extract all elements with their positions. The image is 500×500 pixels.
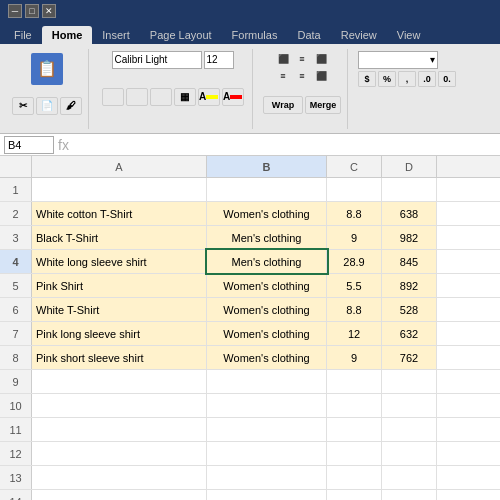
col-header-c[interactable]: C <box>327 156 382 177</box>
cell-c2[interactable]: 8.8 <box>327 202 382 225</box>
cell-d13[interactable] <box>382 466 437 489</box>
cell-d1[interactable] <box>382 178 437 201</box>
align-bottom-left-button[interactable]: ≡ <box>274 68 292 84</box>
cell-c3[interactable]: 9 <box>327 226 382 249</box>
dropdown-arrow-icon: ▾ <box>430 54 435 65</box>
align-top-left-button[interactable]: ⬛ <box>274 51 292 67</box>
col-header-b[interactable]: B <box>207 156 327 177</box>
cell-d4[interactable]: 845 <box>382 250 437 273</box>
cell-d2[interactable]: 638 <box>382 202 437 225</box>
cell-c11[interactable] <box>327 418 382 441</box>
cell-a1[interactable] <box>32 178 207 201</box>
cell-b4[interactable]: Men's clothing <box>207 250 327 273</box>
cell-b14[interactable] <box>207 490 327 500</box>
format-painter-button[interactable]: 🖌 <box>60 97 82 115</box>
percent-button[interactable]: % <box>378 71 396 87</box>
cell-b12[interactable] <box>207 442 327 465</box>
tab-file[interactable]: File <box>4 26 42 44</box>
cell-c4[interactable]: 28.9 <box>327 250 382 273</box>
cell-c14[interactable] <box>327 490 382 500</box>
tab-view[interactable]: View <box>387 26 431 44</box>
fill-color-button[interactable]: A <box>198 88 220 106</box>
increase-decimal-button[interactable]: .0 <box>418 71 436 87</box>
formula-input[interactable] <box>73 138 496 152</box>
comma-button[interactable]: , <box>398 71 416 87</box>
cell-a13[interactable] <box>32 466 207 489</box>
cell-d11[interactable] <box>382 418 437 441</box>
merge-button[interactable]: Merge <box>305 96 341 114</box>
tab-page-layout[interactable]: Page Layout <box>140 26 222 44</box>
cell-a7[interactable]: Pink long sleeve shirt <box>32 322 207 345</box>
cell-a3[interactable]: Black T-Shirt <box>32 226 207 249</box>
cell-d8[interactable]: 762 <box>382 346 437 369</box>
cell-a4[interactable]: White long sleeve shirt <box>32 250 207 273</box>
minimize-btn[interactable]: ─ <box>8 4 22 18</box>
cell-d10[interactable] <box>382 394 437 417</box>
wrap-text-button[interactable]: Wrap <box>263 96 303 114</box>
cell-b2[interactable]: Women's clothing <box>207 202 327 225</box>
col-header-d[interactable]: D <box>382 156 437 177</box>
cell-b5[interactable]: Women's clothing <box>207 274 327 297</box>
align-bottom-right-button[interactable]: ⬛ <box>312 68 330 84</box>
close-btn[interactable]: ✕ <box>42 4 56 18</box>
cell-c7[interactable]: 12 <box>327 322 382 345</box>
cell-a14[interactable] <box>32 490 207 500</box>
cell-a10[interactable] <box>32 394 207 417</box>
underline-button[interactable] <box>150 88 172 106</box>
cell-c10[interactable] <box>327 394 382 417</box>
copy-button[interactable]: 📄 <box>36 97 58 115</box>
maximize-btn[interactable]: □ <box>25 4 39 18</box>
cell-d9[interactable] <box>382 370 437 393</box>
tab-home[interactable]: Home <box>42 26 93 44</box>
cell-b9[interactable] <box>207 370 327 393</box>
cell-b10[interactable] <box>207 394 327 417</box>
name-box[interactable] <box>4 136 54 154</box>
cell-c6[interactable]: 8.8 <box>327 298 382 321</box>
font-size-input[interactable] <box>204 51 234 69</box>
cell-c5[interactable]: 5.5 <box>327 274 382 297</box>
italic-button[interactable] <box>126 88 148 106</box>
cell-c12[interactable] <box>327 442 382 465</box>
cell-d7[interactable]: 632 <box>382 322 437 345</box>
cell-b3[interactable]: Men's clothing <box>207 226 327 249</box>
bold-button[interactable] <box>102 88 124 106</box>
align-top-center-button[interactable]: ≡ <box>293 51 311 67</box>
tab-data[interactable]: Data <box>287 26 330 44</box>
cell-d14[interactable] <box>382 490 437 500</box>
cell-a6[interactable]: White T-Shirt <box>32 298 207 321</box>
cell-d6[interactable]: 528 <box>382 298 437 321</box>
cell-b8[interactable]: Women's clothing <box>207 346 327 369</box>
currency-button[interactable]: $ <box>358 71 376 87</box>
cell-b1[interactable] <box>207 178 327 201</box>
cell-c9[interactable] <box>327 370 382 393</box>
cell-a5[interactable]: Pink Shirt <box>32 274 207 297</box>
tab-insert[interactable]: Insert <box>92 26 140 44</box>
cut-button[interactable]: ✂ <box>12 97 34 115</box>
cell-b13[interactable] <box>207 466 327 489</box>
number-format-dropdown[interactable]: ▾ <box>358 51 438 69</box>
cell-d5[interactable]: 892 <box>382 274 437 297</box>
cell-a8[interactable]: Pink short sleeve shirt <box>32 346 207 369</box>
cell-c13[interactable] <box>327 466 382 489</box>
cell-c1[interactable] <box>327 178 382 201</box>
cell-b6[interactable]: Women's clothing <box>207 298 327 321</box>
cell-b11[interactable] <box>207 418 327 441</box>
cell-a2[interactable]: White cotton T-Shirt <box>32 202 207 225</box>
cell-a11[interactable] <box>32 418 207 441</box>
cell-a12[interactable] <box>32 442 207 465</box>
paste-button[interactable]: 📋 <box>27 51 67 87</box>
tab-review[interactable]: Review <box>331 26 387 44</box>
col-header-a[interactable]: A <box>32 156 207 177</box>
cell-c8[interactable]: 9 <box>327 346 382 369</box>
align-top-right-button[interactable]: ⬛ <box>312 51 330 67</box>
border-button[interactable]: ▦ <box>174 88 196 106</box>
font-color-button[interactable]: A <box>222 88 244 106</box>
cell-b7[interactable]: Women's clothing <box>207 322 327 345</box>
tab-formulas[interactable]: Formulas <box>222 26 288 44</box>
cell-d3[interactable]: 982 <box>382 226 437 249</box>
cell-a9[interactable] <box>32 370 207 393</box>
font-name-input[interactable] <box>112 51 202 69</box>
align-bottom-center-button[interactable]: ≡ <box>293 68 311 84</box>
decrease-decimal-button[interactable]: 0. <box>438 71 456 87</box>
cell-d12[interactable] <box>382 442 437 465</box>
